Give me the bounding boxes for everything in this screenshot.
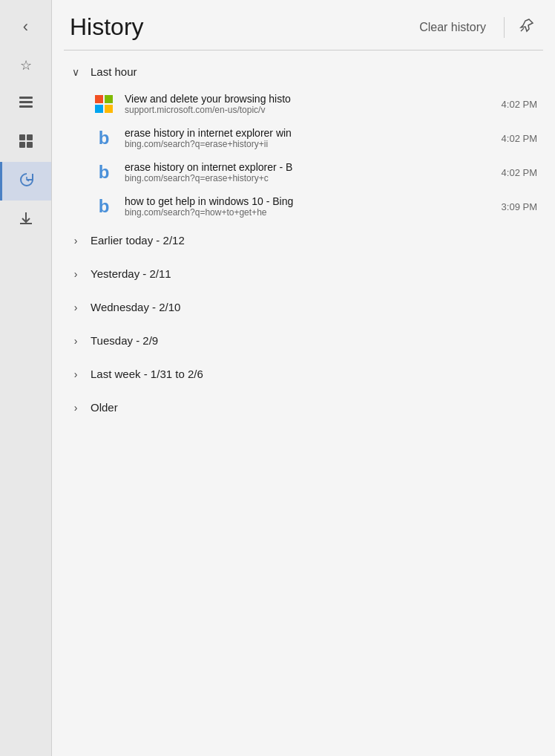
downloads-icon [18,210,34,230]
item-url: bing.com/search?q=how+to+get+he [125,207,399,218]
section-last-hour[interactable]: ∨ Last hour [52,56,555,87]
page-title: History [70,13,413,41]
pin-button[interactable] [516,15,537,39]
bing-logo: b [99,196,110,217]
header-actions: Clear history [413,15,537,39]
item-text: erase history in internet explorer win b… [125,127,491,149]
chevron-down-icon: ∨ [70,66,82,78]
bing-logo: b [99,128,110,149]
item-url: support.microsoft.com/en-us/topic/v [125,105,399,115]
section-label: Last hour [91,65,137,78]
favorites-icon: ☆ [20,57,32,74]
section-last-week[interactable]: › Last week - 1/31 to 2/6 [52,357,555,391]
header-divider [504,17,505,38]
header: History Clear history [52,0,555,50]
site-icon-bing: b [93,128,114,149]
list-item[interactable]: View and delete your browsing histo supp… [64,87,555,121]
item-title: erase history on internet explorer - B [125,161,399,173]
history-items-list: View and delete your browsing histo supp… [52,87,555,224]
sidebar-item-reading-list[interactable] [0,85,51,123]
sidebar-item-history[interactable] [0,162,51,201]
svg-rect-3 [19,134,25,140]
site-icon-bing: b [93,196,114,217]
item-text: View and delete your browsing histo supp… [125,93,491,115]
sidebar-item-downloads[interactable] [0,201,51,239]
back-icon: ‹ [23,17,28,36]
section-label: Earlier today - 2/12 [91,234,185,247]
clear-history-button[interactable]: Clear history [413,18,492,37]
section-wednesday[interactable]: › Wednesday - 2/10 [52,290,555,324]
reading-list-icon [18,95,34,114]
item-title: View and delete your browsing histo [125,93,399,105]
main-panel: History Clear history ∨ Last hour [52,0,555,756]
section-label: Tuesday - 2/9 [91,334,158,347]
chevron-right-icon: › [70,302,82,313]
item-url: bing.com/search?q=erase+history+ii [125,139,399,149]
section-tuesday[interactable]: › Tuesday - 2/9 [52,324,555,357]
sidebar-item-collections[interactable] [0,123,51,162]
svg-rect-0 [19,97,33,99]
chevron-right-icon: › [70,368,82,380]
bing-logo: b [99,162,110,183]
svg-rect-4 [27,134,33,140]
history-icon [19,172,35,192]
item-title: how to get help in windows 10 - Bing [125,195,399,207]
svg-rect-5 [19,142,25,148]
section-label: Yesterday - 2/11 [91,267,171,280]
item-time: 3:09 PM [502,201,537,212]
svg-rect-1 [19,101,33,103]
section-label: Wednesday - 2/10 [91,301,180,313]
collections-icon [18,133,34,153]
history-content: ∨ Last hour View and delete your browsin… [52,50,555,756]
list-item[interactable]: b erase history in internet explorer win… [64,121,555,155]
sidebar: ‹ ☆ [0,0,52,756]
section-yesterday[interactable]: › Yesterday - 2/11 [52,257,555,290]
list-item[interactable]: b erase history on internet explorer - B… [64,155,555,189]
item-title: erase history in internet explorer win [125,127,399,139]
item-time: 4:02 PM [502,167,537,178]
svg-rect-2 [19,105,33,108]
chevron-right-icon: › [70,268,82,280]
sidebar-item-favorites[interactable]: ☆ [0,46,51,85]
item-time: 4:02 PM [502,99,537,110]
list-item[interactable]: b how to get help in windows 10 - Bing b… [64,189,555,224]
sidebar-item-back[interactable]: ‹ [0,7,51,46]
item-text: how to get help in windows 10 - Bing bin… [125,195,491,218]
item-time: 4:02 PM [502,133,537,144]
section-older[interactable]: › Older [52,391,555,424]
section-label: Last week - 1/31 to 2/6 [91,368,203,380]
item-text: erase history on internet explorer - B b… [125,161,491,183]
site-icon-bing: b [93,162,114,183]
chevron-right-icon: › [70,402,82,414]
svg-rect-6 [27,142,33,148]
chevron-right-icon: › [70,235,82,247]
site-icon-microsoft [93,94,114,114]
section-earlier-today[interactable]: › Earlier today - 2/12 [52,224,555,257]
section-label: Older [91,401,118,414]
pin-icon [519,21,534,36]
item-url: bing.com/search?q=erase+history+c [125,173,399,183]
chevron-right-icon: › [70,335,82,347]
